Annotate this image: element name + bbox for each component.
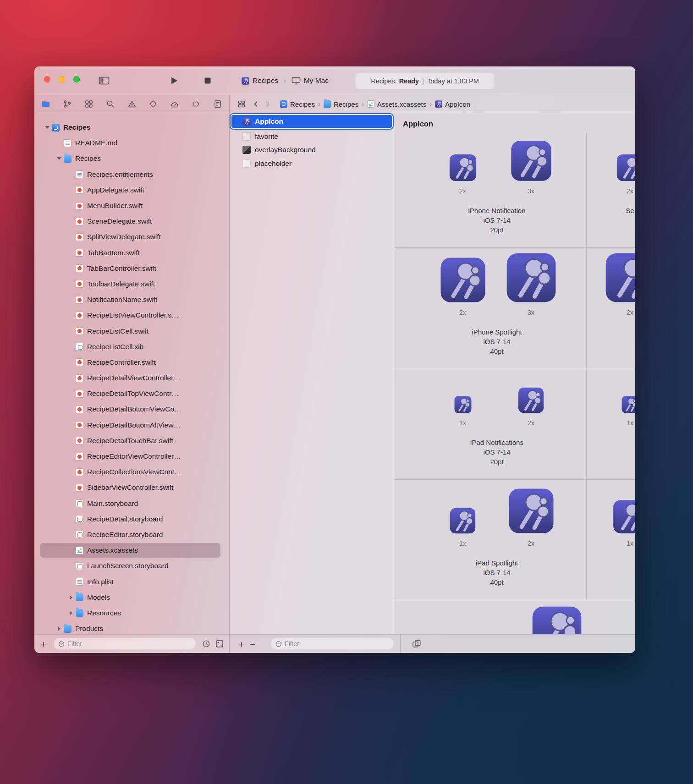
remove-asset-button[interactable]: − (247, 639, 258, 649)
appicon-slot[interactable] (429, 154, 497, 181)
breadcrumb-label: Recipes (334, 100, 358, 108)
appicon-slot[interactable] (532, 606, 582, 634)
run-button[interactable] (170, 76, 178, 85)
appicon-slot[interactable] (596, 252, 635, 303)
tab-project-navigator[interactable] (41, 99, 50, 109)
asset-types-button[interactable] (238, 100, 245, 108)
appicon-slot[interactable] (596, 499, 635, 534)
asset-row-selected[interactable]: AppIcon (231, 114, 393, 129)
file-tree-item[interactable]: RecipeEditorViewController… (34, 449, 229, 464)
slot-caption-line: iOS 7-14 (429, 215, 565, 225)
tab-symbol-navigator[interactable] (84, 99, 94, 109)
disclosure-triangle[interactable] (55, 624, 64, 633)
source-control-status-filter-button[interactable] (215, 640, 224, 648)
asset-row[interactable]: placeholder (230, 157, 394, 170)
file-tree-item[interactable]: SidebarViewController.swift (34, 480, 229, 495)
file-tree-item[interactable]: MenuBuilder.swift (34, 198, 229, 214)
file-tree-item-selected[interactable]: Assets.xcassets (34, 543, 229, 558)
filter-input[interactable] (67, 640, 191, 647)
file-name: Models (87, 593, 113, 602)
breadcrumb-project[interactable]: Recipes (280, 100, 315, 108)
file-tree-item[interactable]: Recipes (34, 151, 229, 166)
minimize-window-button[interactable] (59, 76, 65, 82)
disclosure-triangle[interactable] (66, 609, 76, 618)
file-tree-item[interactable]: TabBarController.swift (34, 261, 229, 276)
tab-debug-navigator[interactable] (170, 99, 179, 109)
file-tree-item[interactable]: NotificationName.swift (34, 292, 229, 307)
file-tree-item[interactable]: Recipes.entitlements (34, 167, 229, 182)
file-tree-item[interactable]: TabBarItem.swift (34, 245, 229, 261)
appicon-slot[interactable] (497, 140, 565, 181)
file-tree-item[interactable]: README.md (34, 135, 229, 151)
appicon-slot[interactable] (497, 252, 565, 303)
detail-bottom-bar (401, 635, 635, 653)
file-name: AppDelegate.swift (87, 186, 147, 194)
tab-test-navigator[interactable] (148, 99, 158, 109)
file-tree-item[interactable]: RecipeEditor.storyboard (34, 527, 229, 543)
file-tree-item[interactable]: RecipeController.swift (34, 355, 229, 370)
filter-input[interactable] (285, 640, 389, 647)
breadcrumb-asset-catalog[interactable]: Assets.xcassets (367, 100, 427, 108)
close-window-button[interactable] (44, 76, 50, 82)
appicon-slot[interactable] (596, 396, 635, 413)
file-tree-item[interactable]: RecipeListCell.xib (34, 339, 229, 355)
file-tree-item[interactable]: SceneDelegate.swift (34, 214, 229, 229)
scheme-selector[interactable]: Recipes › My Mac (242, 74, 329, 88)
file-tree-item[interactable]: RecipeDetailTouchBar.swift (34, 433, 229, 449)
appicon-slot[interactable] (497, 488, 565, 534)
file-tree-item[interactable]: AppDelegate.swift (34, 182, 229, 198)
tab-issue-navigator[interactable] (127, 99, 137, 109)
add-asset-button[interactable]: + (236, 639, 247, 649)
activity-status[interactable]: Recipes: Ready | Today at 1:03 PM (355, 73, 495, 89)
disclosure-triangle[interactable] (66, 593, 76, 602)
chevron-left-icon (253, 100, 259, 108)
file-tree-item[interactable]: LaunchScreen.storyboard (34, 558, 229, 574)
file-tree-item[interactable]: RecipeDetailBottomAltView… (34, 417, 229, 433)
tab-report-navigator[interactable] (213, 99, 222, 109)
file-tree-item[interactable]: Recipes (34, 120, 229, 135)
back-button[interactable] (253, 100, 259, 108)
forward-button[interactable] (264, 100, 271, 108)
file-tree-item[interactable]: RecipeDetailTopViewContr… (34, 386, 229, 401)
add-file-button[interactable]: + (38, 639, 49, 649)
slot-caption: iPhone Spotlight iOS 7-14 40pt (429, 327, 565, 356)
file-tree-item[interactable]: RecipeDetail.storyboard (34, 511, 229, 527)
file-tree-item[interactable]: RecipeCollectionsViewCont… (34, 464, 229, 480)
appicon-slot[interactable] (429, 257, 497, 303)
file-tree-item[interactable]: SplitViewDelegate.swift (34, 229, 229, 245)
file-tree-item[interactable]: Info.plist (34, 574, 229, 589)
recent-files-filter-button[interactable] (202, 640, 210, 648)
file-tree-item[interactable]: RecipeListCell.swift (34, 323, 229, 339)
appicon-slot[interactable] (429, 396, 497, 413)
breadcrumb-appicon[interactable]: AppIcon (435, 100, 470, 108)
file-tree-item[interactable]: ToolbarDelegate.swift (34, 276, 229, 292)
zoom-window-button[interactable] (73, 76, 80, 82)
appicon-slot[interactable] (429, 508, 497, 534)
tab-breakpoint-navigator[interactable] (192, 99, 201, 109)
file-tree-item[interactable]: Models (34, 590, 229, 605)
view-options-button[interactable] (412, 639, 421, 648)
stop-button[interactable] (204, 77, 211, 84)
tab-source-control-navigator[interactable] (63, 99, 72, 109)
file-tree-item[interactable]: RecipeDetailBottomViewCo… (34, 401, 229, 417)
tab-find-navigator[interactable] (106, 99, 115, 109)
folder-icon (41, 99, 50, 109)
asset-row[interactable]: favorite (230, 130, 394, 143)
file-tree-item[interactable]: Products (34, 621, 229, 634)
breadcrumb-group[interactable]: Recipes (324, 100, 358, 108)
file-tree-item[interactable]: Resources (34, 605, 229, 621)
file-tree-item[interactable]: Main.storyboard (34, 496, 229, 511)
asset-row[interactable]: overlayBackground (230, 143, 394, 157)
navigator-filter-field[interactable] (54, 638, 196, 650)
appicon-slot[interactable] (497, 387, 565, 413)
disclosure-triangle[interactable] (43, 123, 52, 132)
asset-filter-field[interactable] (271, 638, 394, 650)
slot-caption-line: iPad Spotlight (429, 558, 565, 568)
disclosure-triangle[interactable] (55, 154, 64, 163)
appicon-slot[interactable] (596, 154, 635, 181)
disclosure-spacer (66, 436, 76, 445)
navigator-sidebar: Recipes README.md Recipes Recipes.entitl… (34, 95, 230, 653)
file-tree-item[interactable]: RecipeDetailViewController… (34, 370, 229, 386)
file-tree-item[interactable]: RecipeListViewController.s… (34, 307, 229, 323)
toggle-sidebar-button[interactable] (99, 76, 110, 85)
